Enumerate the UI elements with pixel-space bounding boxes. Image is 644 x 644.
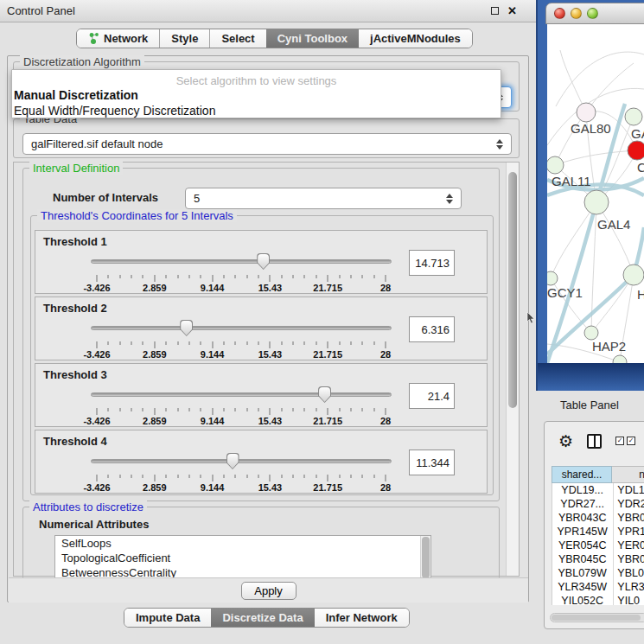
- slider-track[interactable]: [91, 459, 392, 463]
- list-scrollbar[interactable]: [420, 536, 430, 579]
- table-row[interactable]: YER054CYER0: [552, 539, 644, 552]
- network-icon: [88, 32, 99, 45]
- node-selected-red[interactable]: [628, 141, 644, 160]
- column-layout-icon[interactable]: [587, 434, 602, 449]
- cell[interactable]: YBR0: [612, 552, 644, 566]
- threshold-label: Threshold 1: [43, 235, 107, 248]
- table-row[interactable]: YIL052CYIL0: [552, 594, 644, 605]
- tab-discretize-data[interactable]: Discretize Data: [211, 609, 314, 627]
- slider-ticks: [97, 475, 386, 482]
- cell[interactable]: YBR045C: [552, 552, 612, 566]
- threshold-2-slider[interactable]: -3.4262.8599.14415.4321.71528: [86, 318, 397, 360]
- list-item[interactable]: TopologicalCoefficient: [55, 551, 430, 565]
- cell[interactable]: YLR345W: [552, 580, 612, 594]
- slider-thumb[interactable]: [180, 320, 193, 336]
- table-body[interactable]: YDL19...YDL1 YDR27...YDR2 YBR043CYBR0 YP…: [552, 483, 644, 605]
- top-tab-bar: Network Style Select Cyni Toolbox jActiv…: [76, 29, 473, 48]
- tab-jactivemnodules[interactable]: jActiveMNodules: [359, 29, 472, 48]
- panel-scrollbar[interactable]: [506, 163, 519, 576]
- cell[interactable]: YBR043C: [552, 511, 612, 525]
- table-row[interactable]: YPR145WYPR1: [552, 525, 644, 539]
- table-row[interactable]: YLR345WYLR3: [552, 580, 644, 594]
- cell[interactable]: YDL1: [612, 483, 644, 497]
- threshold-value-field[interactable]: 21.4: [409, 383, 455, 409]
- node-hap2[interactable]: [584, 326, 598, 340]
- cell[interactable]: YIL0: [612, 594, 644, 605]
- cell[interactable]: YBR0: [612, 511, 644, 525]
- tab-infer-network[interactable]: Infer Network: [315, 609, 409, 627]
- threshold-4-panel: Threshold 4 -3.4262.8599.14415.4321.7152…: [35, 430, 488, 494]
- slider-track[interactable]: [91, 259, 392, 264]
- numerical-attributes-list[interactable]: SelfLoops TopologicalCoefficient Between…: [54, 535, 431, 580]
- node-partial-right[interactable]: [623, 265, 644, 285]
- network-frame-border-bottom: [538, 363, 644, 391]
- node-gal4[interactable]: [584, 190, 609, 214]
- node-gcy1[interactable]: [547, 271, 558, 285]
- tab-impute-data[interactable]: Impute Data: [124, 609, 211, 627]
- slider-thumb[interactable]: [318, 386, 331, 403]
- apply-button[interactable]: Apply: [241, 582, 296, 600]
- horizontal-scrollbar-thumb[interactable]: [552, 615, 641, 621]
- tab-label: jActiveMNodules: [370, 32, 461, 45]
- gear-icon[interactable]: ⚙: [558, 433, 573, 450]
- cell[interactable]: YIL052C: [552, 594, 612, 605]
- slider-track[interactable]: [91, 392, 392, 397]
- tab-select[interactable]: Select: [209, 29, 265, 48]
- slider-thumb[interactable]: [257, 253, 270, 270]
- threshold-4-slider[interactable]: -3.4262.8599.14415.4321.71528: [86, 451, 397, 493]
- tab-network[interactable]: Network: [77, 29, 159, 48]
- node-label-partial-top: GA: [631, 126, 644, 141]
- node-gal11[interactable]: [547, 156, 564, 174]
- combo-stepper-icon[interactable]: [494, 139, 511, 150]
- table-row[interactable]: YBR043CYBR0: [552, 511, 644, 525]
- cell[interactable]: YPR145W: [552, 525, 612, 539]
- threshold-value-field[interactable]: 11.344: [409, 450, 455, 475]
- cell[interactable]: YPR1: [612, 525, 644, 539]
- table-row[interactable]: YBR045CYBR0: [552, 552, 644, 566]
- dropdown-option-manual[interactable]: Manual Discretization: [12, 87, 501, 103]
- panel-scrollbar-thumb[interactable]: [508, 172, 517, 408]
- node-bottom[interactable]: [613, 355, 627, 363]
- number-of-intervals-combobox[interactable]: 5: [185, 188, 462, 209]
- dropdown-option-equal-width[interactable]: Equal Width/Frequency Discretization: [12, 103, 501, 118]
- threshold-value-field[interactable]: 6.316: [409, 316, 455, 342]
- tab-cyni-toolbox[interactable]: Cyni Toolbox: [266, 29, 359, 48]
- node-partial-top[interactable]: [625, 108, 642, 125]
- close-traffic-light-icon[interactable]: [554, 8, 565, 19]
- cell[interactable]: YER054C: [552, 539, 612, 552]
- table-row[interactable]: YDR27...YDR2: [552, 497, 644, 511]
- zoom-traffic-light-icon[interactable]: [587, 8, 598, 19]
- threshold-value-field[interactable]: 14.713: [409, 250, 455, 276]
- interval-definition-title: Interval Definition: [29, 162, 123, 175]
- network-window-titlebar[interactable]: [545, 3, 644, 24]
- column-header-shared-name[interactable]: shared...: [552, 466, 612, 483]
- horizontal-scrollbar[interactable]: [550, 613, 644, 622]
- combo-stepper-icon[interactable]: [443, 194, 461, 204]
- float-window-icon[interactable]: [491, 7, 499, 15]
- tab-style[interactable]: Style: [159, 29, 209, 48]
- cell[interactable]: YLR3: [612, 580, 644, 594]
- threshold-3-slider[interactable]: -3.4262.8599.14415.4321.71528: [86, 385, 397, 426]
- checkbox-icon: ✓: [627, 437, 635, 445]
- table-row[interactable]: YBL079WYBL0: [552, 566, 644, 580]
- cell[interactable]: YBL0: [612, 566, 644, 580]
- cell[interactable]: YDR2: [612, 497, 644, 511]
- select-columns-icon[interactable]: ✓ ✓: [615, 437, 635, 445]
- close-icon[interactable]: ✕: [507, 5, 517, 16]
- node-gal80[interactable]: [577, 103, 596, 122]
- threshold-1-slider[interactable]: -3.4262.8599.14415.4321.71528: [86, 252, 397, 293]
- list-item[interactable]: SelfLoops: [55, 536, 430, 551]
- cell[interactable]: YDR27...: [552, 497, 612, 511]
- table-row[interactable]: YDL19...YDL1: [552, 483, 644, 497]
- threshold-1-panel: Threshold 1 -3.4262.8599.14415.4321.7152…: [35, 230, 488, 294]
- network-canvas[interactable]: GAL80 GA C GAL11 GAL4 GCY1 H HAP2: [547, 24, 644, 363]
- slider-thumb[interactable]: [226, 453, 239, 469]
- interval-definition-group: Interval Definition Number of Intervals …: [22, 168, 500, 501]
- minimize-traffic-light-icon[interactable]: [571, 8, 582, 19]
- column-header-name[interactable]: n: [612, 466, 644, 483]
- slider-track[interactable]: [91, 326, 392, 330]
- cell[interactable]: YER0: [612, 539, 644, 552]
- cell[interactable]: YDL19...: [552, 483, 612, 497]
- table-data-combobox[interactable]: galFiltered.sif default node: [22, 133, 512, 155]
- cell[interactable]: YBL079W: [552, 566, 612, 580]
